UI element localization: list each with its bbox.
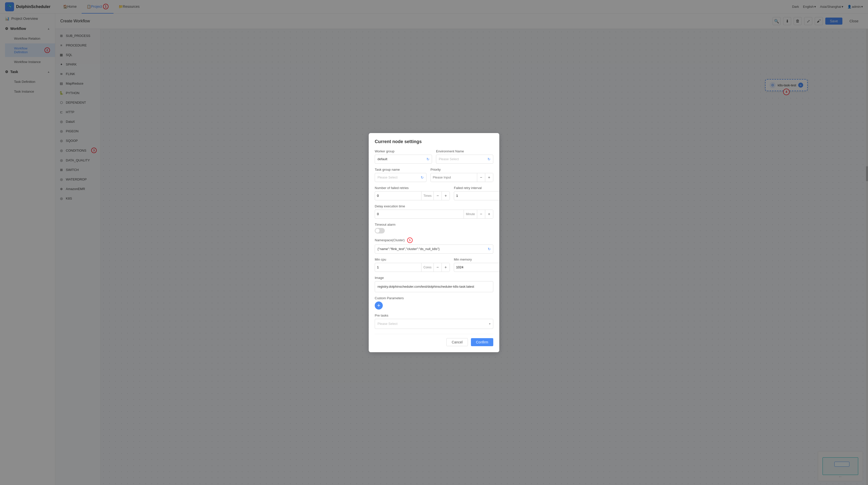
task-group-select[interactable]: Please Select ↻	[375, 173, 427, 182]
modal-overlay: Current node settings Worker group defau…	[0, 0, 868, 485]
delay-minus-btn[interactable]: −	[477, 210, 485, 218]
retries-input[interactable]: Times − +	[375, 191, 450, 200]
form-group-retries: Number of failed retries Times − +	[375, 186, 450, 200]
form-row-worker-env: Worker group default ↻ Environment Name …	[375, 149, 493, 164]
modal: Current node settings Worker group defau…	[369, 133, 499, 352]
modal-footer: Cancel Confirm	[375, 334, 493, 346]
form-row-cpu-memory: Min cpu Cores − + Min memory MB − +	[375, 258, 493, 272]
min-cpu-minus-btn[interactable]: −	[434, 263, 441, 271]
image-input[interactable]	[375, 281, 493, 292]
form-group-image: Image	[375, 276, 493, 292]
timeout-toggle-track[interactable]	[375, 228, 385, 233]
form-row-pre-tasks: Pre tasks Please Select ▾	[375, 314, 493, 329]
worker-group-input-wrapper: default ↻	[375, 155, 432, 164]
min-memory-label: Min memory	[454, 258, 499, 261]
retries-plus-btn[interactable]: +	[441, 192, 450, 200]
retries-unit: Times	[421, 192, 434, 200]
form-row-namespace: Namespace(Cluster) 5 ↻	[375, 237, 493, 254]
form-row-retries: Number of failed retries Times − + Faile…	[375, 186, 493, 200]
delay-input[interactable]: Minute − +	[375, 209, 493, 219]
form-group-retry-interval: Failed retry interval Minute − +	[454, 186, 499, 200]
retry-interval-label: Failed retry interval	[454, 186, 499, 190]
min-cpu-plus-btn[interactable]: +	[441, 263, 450, 271]
cancel-button[interactable]: Cancel	[446, 338, 468, 346]
form-row-task-priority: Task group name Please Select ↻ Priority…	[375, 168, 493, 182]
worker-group-refresh-icon[interactable]: ↻	[427, 157, 430, 161]
add-custom-param-btn[interactable]: +	[375, 301, 383, 310]
form-group-pre-tasks: Pre tasks Please Select ▾	[375, 314, 493, 329]
form-row-custom-params: Custom Parameters +	[375, 296, 493, 310]
env-select-refresh-icon: ↻	[488, 157, 491, 161]
namespace-label: Namespace(Cluster) 5	[375, 237, 493, 243]
pre-tasks-arrow-icon: ▾	[489, 322, 491, 326]
form-group-custom-params: Custom Parameters +	[375, 296, 493, 310]
pre-tasks-placeholder: Please Select	[377, 322, 398, 326]
min-cpu-unit: Cores	[421, 263, 434, 271]
retries-label: Number of failed retries	[375, 186, 450, 190]
namespace-refresh-icon[interactable]: ↻	[488, 247, 491, 251]
task-group-refresh-icon: ↻	[421, 175, 424, 180]
min-cpu-value[interactable]	[375, 265, 421, 269]
form-group-env: Environment Name Please Select ↻	[436, 149, 493, 164]
image-label: Image	[375, 276, 493, 280]
priority-value[interactable]	[431, 175, 477, 179]
priority-plus-btn[interactable]: +	[485, 173, 493, 182]
form-group-min-memory: Min memory MB − +	[454, 258, 499, 272]
env-name-select[interactable]: Please Select ↻	[436, 155, 493, 164]
namespace-input-wrapper: ↻	[375, 245, 493, 254]
min-cpu-label: Min cpu	[375, 258, 450, 261]
namespace-input[interactable]	[375, 245, 493, 254]
min-cpu-input[interactable]: Cores − +	[375, 263, 450, 272]
worker-group-label: Worker group	[375, 149, 432, 153]
env-name-label: Environment Name	[436, 149, 493, 153]
timeout-toggle-thumb	[375, 229, 379, 233]
retries-minus-btn[interactable]: −	[434, 192, 441, 200]
namespace-circled-num: 5	[407, 237, 413, 243]
retries-value[interactable]	[375, 194, 421, 198]
form-group-min-cpu: Min cpu Cores − +	[375, 258, 450, 272]
delay-plus-btn[interactable]: +	[485, 210, 493, 218]
retry-interval-value[interactable]	[454, 194, 499, 198]
priority-minus-btn[interactable]: −	[477, 173, 485, 182]
confirm-button[interactable]: Confirm	[471, 338, 493, 346]
min-memory-input[interactable]: MB − +	[454, 263, 499, 272]
delay-unit: Minute	[464, 210, 477, 218]
worker-group-input[interactable]: default ↻	[375, 155, 432, 164]
timeout-label: Timeout alarm	[375, 223, 493, 226]
form-group-namespace: Namespace(Cluster) 5 ↻	[375, 237, 493, 254]
form-row-image: Image	[375, 276, 493, 292]
priority-input[interactable]: − +	[431, 173, 493, 182]
env-name-input-wrapper: Please Select ↻	[436, 155, 493, 164]
delay-value[interactable]	[375, 212, 464, 216]
delay-label: Delay execution time	[375, 204, 493, 208]
timeout-toggle[interactable]	[375, 228, 493, 233]
form-group-priority: Priority − +	[431, 168, 493, 182]
form-row-timeout: Timeout alarm	[375, 223, 493, 233]
modal-title: Current node settings	[375, 139, 493, 144]
priority-label: Priority	[431, 168, 493, 171]
form-group-delay: Delay execution time Minute − +	[375, 204, 493, 219]
form-group-worker: Worker group default ↻	[375, 149, 432, 164]
form-row-delay: Delay execution time Minute − +	[375, 204, 493, 219]
custom-params-label: Custom Parameters	[375, 296, 493, 300]
task-group-label: Task group name	[375, 168, 427, 171]
retry-interval-input[interactable]: Minute − +	[454, 191, 499, 200]
pre-tasks-label: Pre tasks	[375, 314, 493, 317]
min-memory-value[interactable]	[454, 265, 499, 269]
form-group-task-group: Task group name Please Select ↻	[375, 168, 427, 182]
pre-tasks-select[interactable]: Please Select ▾	[375, 319, 493, 329]
form-group-timeout: Timeout alarm	[375, 223, 493, 233]
